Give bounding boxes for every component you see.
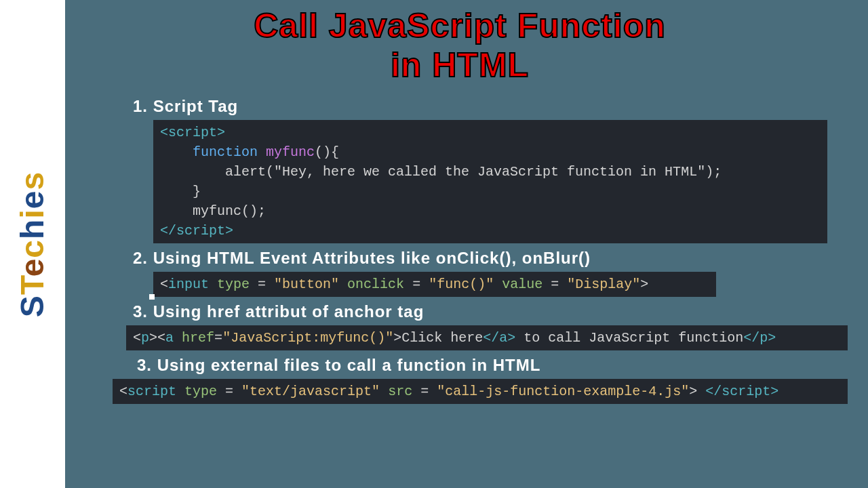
code-token: "Display" xyxy=(567,277,640,292)
code-token: </p> xyxy=(743,330,776,346)
logo-letter: i xyxy=(15,209,51,218)
code-token: > xyxy=(149,330,157,346)
code-token xyxy=(176,384,184,399)
code-token: value xyxy=(502,277,542,292)
code-token: "text/javascript" xyxy=(241,384,380,399)
code-token: type xyxy=(184,384,217,399)
code-token: > xyxy=(689,384,697,399)
heading-external-files: 3. Using external files to call a functi… xyxy=(137,356,848,375)
caret-mark xyxy=(149,294,155,300)
code-token: "button" xyxy=(274,277,339,292)
code-token xyxy=(174,330,182,346)
code-token: = xyxy=(214,330,222,346)
main-content: Call JavaScript Function in HTML 1. Scri… xyxy=(65,0,868,488)
logo-letter: S xyxy=(15,295,51,317)
heading-href-anchor: 3. Using href attribut of anchor tag xyxy=(133,302,848,321)
code-token: alert("Hey, here we called the JavaScrip… xyxy=(160,164,722,180)
code-token: to call JavaScript function xyxy=(515,330,743,346)
code-token: p xyxy=(141,330,149,346)
code-token: < xyxy=(157,330,165,346)
code-token xyxy=(209,277,217,292)
logo-stechies: STechies xyxy=(14,171,52,317)
logo-letter: c xyxy=(15,239,51,258)
code-token: "call-js-function-example-4.js" xyxy=(437,384,689,399)
title-line-2: in HTML xyxy=(391,46,529,84)
title-line-1: Call JavaScript Function xyxy=(254,7,665,45)
code-token: < xyxy=(119,384,127,399)
logo-letter: s xyxy=(15,171,51,190)
code-token: Click here xyxy=(401,330,483,346)
code-token: a xyxy=(165,330,174,346)
heading-event-attributes: 2. Using HTML Event Attributes like onCl… xyxy=(133,249,848,268)
code-token xyxy=(494,277,502,292)
code-token: href xyxy=(182,330,214,346)
code-token: </a> xyxy=(483,330,515,346)
code-token: type xyxy=(217,277,250,292)
code-token: <script> xyxy=(160,125,225,140)
code-token: = xyxy=(404,277,429,292)
logo-letter: T xyxy=(15,277,51,295)
code-token: input xyxy=(168,277,209,292)
sidebar: STechies xyxy=(0,0,65,488)
code-token: > xyxy=(393,330,401,346)
code-token: myfunc xyxy=(266,144,315,160)
code-token: function xyxy=(193,144,258,160)
code-token: script xyxy=(127,384,176,399)
code-token: = xyxy=(542,277,567,292)
code-token: = xyxy=(250,277,274,292)
code-token xyxy=(339,277,347,292)
code-token: = xyxy=(412,384,437,399)
logo-letter: e xyxy=(15,190,51,209)
code-block-3: <p><a href="JavaScript:myfunc()">Click h… xyxy=(126,325,848,350)
logo-letter: h xyxy=(15,218,51,239)
heading-script-tag: 1. Script Tag xyxy=(133,97,848,116)
code-token: < xyxy=(160,277,168,292)
code-token: </script> xyxy=(160,223,233,239)
code-token: myfunc(); xyxy=(160,203,266,219)
code-block-1: <script> function myfunc(){ alert("Hey, … xyxy=(153,120,827,243)
code-token: "JavaScript:myfunc()" xyxy=(222,330,393,346)
logo-letter: e xyxy=(15,258,51,277)
code-token: onclick xyxy=(347,277,404,292)
code-token xyxy=(697,384,705,399)
code-token: src xyxy=(388,384,412,399)
code-token: < xyxy=(133,330,141,346)
code-token: } xyxy=(160,184,201,199)
code-block-4: <script type = "text/javascript" src = "… xyxy=(113,379,848,404)
code-token xyxy=(380,384,388,399)
code-token: </script> xyxy=(705,384,778,399)
code-block-2: <input type = "button" onclick = "func()… xyxy=(153,272,716,297)
code-token: > xyxy=(640,277,648,292)
code-token: (){ xyxy=(315,144,339,160)
code-token: "func()" xyxy=(429,277,494,292)
code-token: = xyxy=(217,384,241,399)
page-title: Call JavaScript Function in HTML xyxy=(72,7,848,85)
